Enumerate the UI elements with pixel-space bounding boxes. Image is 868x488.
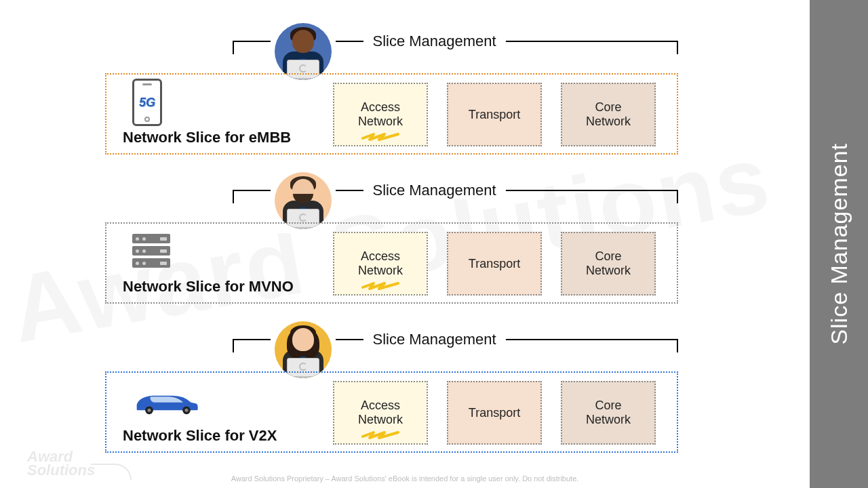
slice-components: Access Network Transport Core Network (330, 81, 667, 148)
component-core: Core Network (561, 232, 656, 296)
slice-box: Network Slice for V2X Access Network Tra… (105, 371, 678, 453)
diagram-content: Slice Management 5G Network Slice for eM… (105, 19, 678, 466)
management-bracket-label: Slice Management (363, 182, 505, 199)
slice-label: Network Slice for MVNO (120, 274, 330, 297)
server-rack-icon (132, 234, 170, 270)
svg-point-3 (185, 409, 189, 412)
slice-group-mvno: Slice Management Network Slice for MVNO … (105, 168, 678, 310)
svg-point-1 (148, 409, 151, 412)
scribble-icon (361, 279, 399, 289)
component-access: Access Network (333, 83, 428, 146)
slice-device-icon (120, 380, 330, 423)
slice-device-icon (120, 230, 330, 274)
car-icon (132, 388, 200, 415)
slice-group-embb: Slice Management 5G Network Slice for eM… (105, 19, 678, 161)
side-title-bar: Slice Management (810, 0, 868, 488)
slice-components: Access Network Transport Core Network (330, 380, 667, 446)
component-transport: Transport (447, 381, 542, 445)
management-bracket-label: Slice Management (363, 331, 505, 348)
component-transport: Transport (447, 232, 542, 296)
footer-disclaimer: Award Solutions Proprietary – Award Solu… (0, 474, 810, 483)
management-bracket-label: Slice Management (363, 33, 505, 50)
scribble-icon (361, 130, 399, 140)
scribble-icon (361, 428, 399, 438)
phone-5g-icon: 5G (132, 79, 162, 126)
slice-box: Network Slice for MVNO Access Network Tr… (105, 222, 678, 304)
slice-label: Network Slice for eMBB (120, 125, 330, 148)
side-title-text: Slice Management (826, 143, 852, 345)
component-transport: Transport (447, 83, 542, 146)
component-core: Core Network (561, 83, 656, 146)
component-access: Access Network (333, 381, 428, 445)
slice-label: Network Slice for V2X (120, 423, 330, 446)
slice-group-v2x: Slice Management Network Slice for V2X (105, 317, 678, 460)
slice-components: Access Network Transport Core Network (330, 230, 667, 297)
component-access: Access Network (333, 232, 428, 296)
component-core: Core Network (561, 381, 656, 445)
slice-device-icon: 5G (120, 80, 330, 125)
slice-box: 5G Network Slice for eMBB Access Network… (105, 73, 678, 155)
